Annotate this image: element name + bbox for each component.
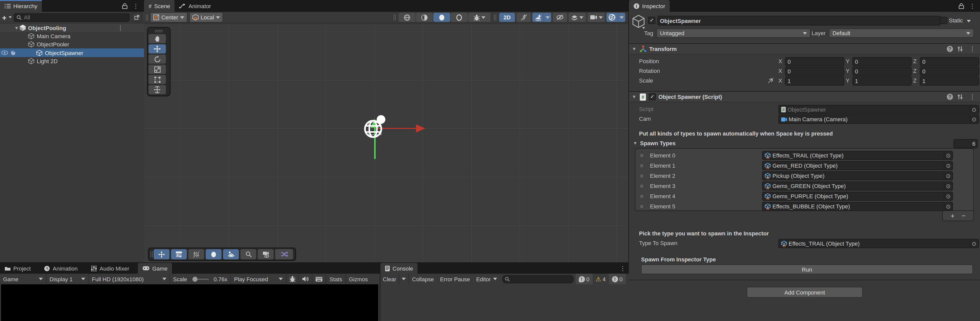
overlay-search-button[interactable] [240, 249, 256, 259]
layers-button[interactable] [569, 13, 586, 22]
effects-toggle-button[interactable] [532, 13, 544, 22]
gizmo-center-dot[interactable] [377, 115, 385, 124]
shading-shaded-button[interactable] [433, 13, 450, 22]
scale-z-field[interactable]: 1 [920, 76, 979, 85]
display-target-dropdown[interactable]: Game [0, 274, 46, 284]
toolbar-drag-handle[interactable] [146, 14, 148, 21]
overlay-camera-preview-button[interactable] [258, 249, 274, 259]
add-element-button[interactable]: + [951, 212, 955, 220]
shading-unlit-button[interactable] [451, 13, 468, 22]
overlay-properties-button[interactable] [171, 249, 187, 259]
drag-handle-icon[interactable]: ≡ [640, 152, 643, 158]
object-picker-icon[interactable]: ⊙ [944, 153, 950, 158]
tab-hierarchy[interactable]: Hierarchy [0, 0, 42, 12]
scale-y-field[interactable]: 1 [853, 76, 912, 85]
cam-object-field[interactable]: Main Camera (Camera) ⊙ [778, 115, 979, 124]
component-menu-icon[interactable]: ⋮ [967, 46, 977, 52]
drag-handle-icon[interactable]: ≡ [640, 203, 643, 209]
scene-foldout-icon[interactable]: ▼ [14, 25, 19, 30]
position-y-field[interactable]: 0 [853, 57, 912, 66]
element-object-field[interactable]: {} Gems_PURPLE (Object Type) ⊙ [762, 191, 953, 201]
gameobject-icon[interactable] [632, 15, 645, 29]
display-dropdown[interactable]: Display 1 [46, 274, 88, 284]
collapse-button[interactable]: Collapse [409, 274, 437, 284]
hierarchy-popout-button[interactable] [132, 13, 142, 22]
object-picker-icon[interactable]: ⊙ [970, 107, 977, 112]
spawn-types-foldout-icon[interactable]: ▼ [633, 141, 638, 146]
stats-button[interactable]: Stats [326, 274, 345, 284]
scale-x-field[interactable]: 1 [785, 76, 844, 85]
tab-animator[interactable]: Animator [175, 0, 216, 12]
scene-visibility-button[interactable] [553, 13, 567, 22]
orientation-button[interactable]: Local [189, 12, 223, 22]
foldout-icon[interactable]: ▼ [632, 94, 637, 100]
error-pause-button[interactable]: Error Pause [437, 274, 473, 284]
object-picker-icon[interactable]: ⊙ [944, 183, 950, 189]
visibility-eye-icon[interactable] [1, 51, 8, 55]
create-button[interactable]: + [2, 14, 6, 21]
warning-filter-button[interactable]: ⚠ 4 [592, 274, 609, 284]
rotation-y-field[interactable]: 0 [853, 67, 912, 76]
lighting-toggle-button[interactable] [517, 13, 531, 22]
shading-shadedwire-button[interactable] [416, 13, 433, 22]
debug-button[interactable] [286, 274, 299, 284]
error-filter-button[interactable]: ! 0 [609, 274, 625, 284]
tools-drag-handle[interactable] [148, 29, 169, 34]
clear-button[interactable]: Clear [380, 274, 399, 284]
spawn-types-size-field[interactable]: 6 [953, 139, 978, 148]
drag-handle-icon[interactable]: ≡ [640, 173, 643, 179]
preset-icon[interactable] [957, 94, 963, 100]
object-picker-icon[interactable]: ⊙ [944, 193, 950, 199]
script-object-field[interactable]: # ObjectSpawner ⊙ [778, 105, 979, 114]
overlay-random-button[interactable] [275, 249, 293, 259]
overlay-tilemap-button[interactable] [223, 249, 239, 259]
hierarchy-item-objectpooler[interactable]: ObjectPooler [0, 40, 144, 48]
run-button[interactable]: Run [641, 264, 973, 274]
2d-toggle-button[interactable]: 2D [499, 13, 515, 22]
create-dropdown-icon[interactable] [9, 16, 12, 18]
tag-dropdown[interactable]: Untagged [656, 28, 811, 38]
tab-project[interactable]: Project [0, 263, 35, 274]
hierarchy-menu-icon[interactable]: ⋮ [130, 3, 141, 9]
element-object-field[interactable]: {} Pickup (Object Type) ⊙ [762, 171, 953, 180]
overlay-drag-handle[interactable] [494, 14, 496, 21]
tab-game[interactable]: Game [138, 263, 172, 274]
scale-slider[interactable] [192, 277, 208, 281]
hierarchy-item-light2d[interactable]: Light 2D [0, 57, 144, 65]
help-icon[interactable]: ? [947, 46, 953, 52]
transform-header[interactable]: ▼ Transform ? ⋮ [629, 43, 980, 55]
pivot-mode-button[interactable]: Center [150, 12, 187, 22]
layer-dropdown[interactable]: Default [829, 28, 974, 38]
tab-animation[interactable]: Animation [40, 263, 83, 274]
gizmos-toggle-button[interactable] [606, 13, 617, 22]
overlay-sprite-button[interactable] [206, 249, 221, 259]
effects-dropdown[interactable] [544, 13, 551, 22]
transform-tool-button[interactable] [148, 85, 166, 94]
lock-icon[interactable] [959, 3, 964, 9]
tab-audio-mixer[interactable]: Audio Mixer [86, 263, 134, 274]
rotation-x-field[interactable]: 0 [785, 67, 844, 76]
info-filter-button[interactable]: ! 0 [576, 274, 592, 284]
scene-row-menu-icon[interactable]: ⋮ [115, 25, 126, 31]
console-log-area[interactable] [380, 284, 629, 321]
overlay-drag-handle[interactable] [393, 14, 396, 21]
tab-inspector[interactable]: i Inspector [629, 0, 670, 12]
element-object-field[interactable]: {} Gems_GREEN (Object Type) ⊙ [762, 181, 953, 191]
object-picker-icon[interactable]: ⊙ [944, 173, 950, 179]
pickability-hand-icon[interactable] [10, 50, 16, 55]
element-object-field[interactable]: {} Effects_BUBBLE (Object Type) ⊙ [762, 202, 953, 211]
gizmos-dropdown[interactable] [617, 13, 625, 22]
view-tool-button[interactable] [148, 34, 166, 43]
drag-handle-icon[interactable]: ≡ [640, 183, 643, 189]
hierarchy-search-input[interactable]: All [14, 13, 130, 22]
scene-row-objectpooling[interactable]: ▼ ObjectPooling ⋮ [0, 24, 144, 32]
inspector-menu-icon[interactable]: ⋮ [967, 3, 977, 9]
object-picker-icon[interactable]: ⊙ [970, 116, 977, 122]
console-menu-icon[interactable]: ⋮ [617, 265, 629, 271]
object-picker-icon[interactable]: ⊙ [944, 204, 950, 209]
scale-tool-button[interactable] [148, 65, 166, 74]
position-z-field[interactable]: 0 [920, 57, 979, 66]
component-menu-icon[interactable]: ⋮ [967, 94, 977, 100]
help-icon[interactable]: ? [947, 94, 953, 100]
element-object-field[interactable]: {} Effects_TRAIL (Object Type) ⊙ [762, 151, 953, 160]
